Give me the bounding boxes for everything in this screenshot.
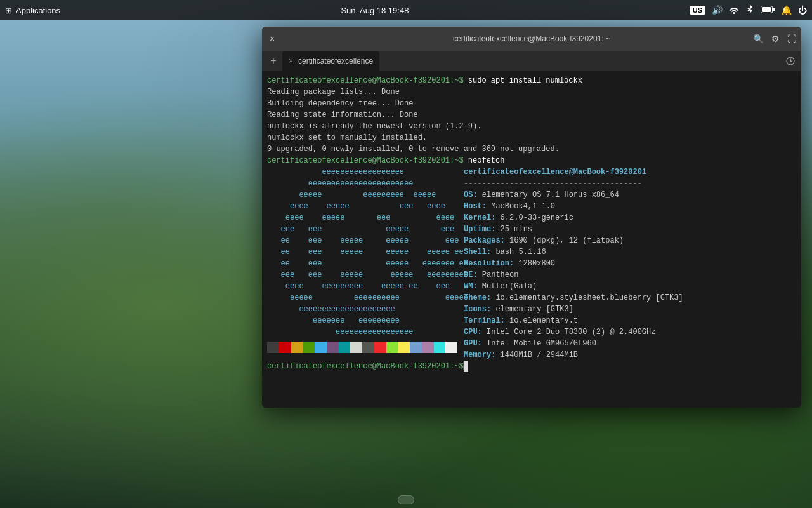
terminal-tabs: + × certificateofexcellence: [262, 51, 801, 71]
notification-icon[interactable]: 🔔: [781, 5, 792, 15]
command-line-3: certificateofexcellence@MacBook-f3920201…: [267, 361, 796, 372]
output-line-1: Reading package lists... Done: [267, 86, 796, 98]
prompt-1: certificateofexcellence@MacBook-f3920201…: [267, 75, 464, 86]
svg-rect-2: [762, 7, 771, 12]
color-swatch: [362, 342, 374, 353]
locale-indicator[interactable]: US: [690, 6, 705, 15]
output-line-5: numlockx set to manually installed.: [267, 132, 796, 144]
output-line-4: numlockx is already the newest version (…: [267, 121, 796, 132]
color-swatch: [350, 342, 362, 353]
panel-right: US 🔊 🔔 ⏻: [690, 4, 812, 17]
neofetch-output: eeeeeeeeeeeeeeeeee eeeeeeeeeeeeeeeeeeeee…: [267, 166, 796, 361]
color-swatch: [398, 342, 410, 353]
color-swatch: [303, 342, 315, 353]
command-line-2: certificateofexcellence@MacBook-f3920201…: [267, 155, 796, 166]
terminal-header: × certificateofexcellence@MacBook-f39202…: [262, 27, 801, 51]
dock: [398, 495, 414, 504]
tab-add-button[interactable]: +: [265, 51, 282, 71]
panel-left: ⊞ Applications: [0, 6, 60, 15]
terminal-title: certificateofexcellence@MacBook-f3920201…: [453, 34, 610, 43]
output-line-3: Reading state information... Done: [267, 109, 796, 121]
tab-close-icon[interactable]: ×: [289, 57, 293, 65]
top-panel: ⊞ Applications Sun, Aug 18 19:48 US 🔊 🔔 …: [0, 0, 812, 20]
close-icon: ×: [270, 34, 275, 44]
neofetch-info-panel: certificateofexcellence@MacBook-f3920201…: [457, 166, 796, 361]
command-line-1: certificateofexcellence@MacBook-f3920201…: [267, 75, 796, 86]
cmd-2-text: neofetch: [464, 155, 505, 166]
svg-rect-1: [773, 8, 775, 11]
applications-menu[interactable]: Applications: [16, 6, 60, 15]
cmd-1-text: sudo apt install numlockx: [464, 75, 582, 86]
terminal-content: certificateofexcellence@MacBook-f3920201…: [262, 71, 801, 408]
terminal-tab-active[interactable]: × certificateofexcellence: [282, 51, 379, 71]
neofetch-ascii-art: eeeeeeeeeeeeeeeeee eeeeeeeeeeeeeeeeeeeee…: [267, 166, 457, 361]
tab-label: certificateofexcellence: [298, 57, 373, 65]
terminal-history-icon[interactable]: [786, 51, 799, 71]
color-swatch: [279, 342, 291, 353]
color-swatch: [339, 342, 351, 353]
color-swatch: [386, 342, 398, 353]
prompt-3: certificateofexcellence@MacBook-f3920201…: [267, 361, 464, 372]
color-swatch: [291, 342, 303, 353]
cursor-block: █: [464, 361, 468, 372]
volume-icon[interactable]: 🔊: [712, 5, 723, 15]
color-swatch: [327, 342, 339, 353]
terminal-maximize-icon[interactable]: ⛶: [787, 34, 796, 44]
color-swatch: [267, 342, 279, 353]
battery-icon[interactable]: [761, 5, 775, 15]
color-swatch: [422, 342, 434, 353]
terminal-window: × certificateofexcellence@MacBook-f39202…: [262, 27, 801, 408]
output-line-2: Building dependency tree... Done: [267, 98, 796, 109]
color-swatches: [267, 342, 457, 353]
bluetooth-icon[interactable]: [745, 4, 754, 17]
wifi-icon[interactable]: [729, 4, 739, 17]
color-swatch: [374, 342, 386, 353]
power-icon[interactable]: ⏻: [798, 5, 807, 15]
datetime-display: Sun, Aug 18 19:48: [341, 6, 409, 15]
terminal-search-icon[interactable]: 🔍: [753, 34, 764, 44]
prompt-2: certificateofexcellence@MacBook-f3920201…: [267, 155, 464, 166]
terminal-settings-icon[interactable]: ⚙: [771, 34, 780, 44]
color-swatch: [315, 342, 327, 353]
output-line-6: 0 upgraded, 0 newly installed, 0 to remo…: [267, 144, 796, 155]
terminal-action-icons: 🔍 ⚙ ⛶: [753, 34, 796, 44]
color-swatch: [410, 342, 422, 353]
color-swatch: [434, 342, 446, 353]
applications-icon: ⊞: [5, 6, 12, 15]
color-swatch: [445, 342, 457, 353]
terminal-close-button[interactable]: ×: [267, 34, 277, 44]
panel-center: Sun, Aug 18 19:48: [341, 6, 409, 15]
